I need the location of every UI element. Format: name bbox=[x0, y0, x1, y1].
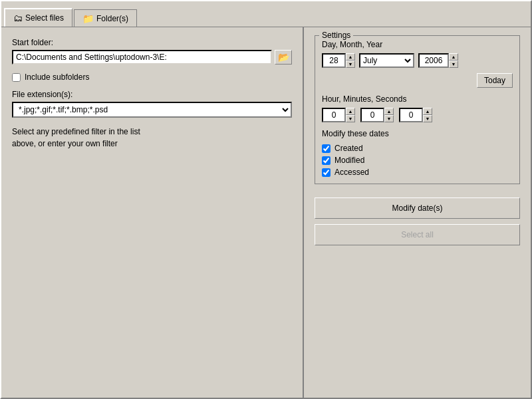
year-up-btn[interactable]: ▲ bbox=[449, 53, 458, 61]
time-row: ▲ ▼ ▲ ▼ bbox=[322, 108, 513, 122]
minute-down-btn[interactable]: ▼ bbox=[384, 115, 394, 122]
path-row: 📂 bbox=[12, 50, 292, 65]
tab-select-files-label: Select files bbox=[25, 13, 64, 23]
settings-label: Settings bbox=[319, 31, 353, 40]
date-section: Day, Month, Year ▲ ▼ July JanuaryFebruar… bbox=[322, 40, 513, 88]
minute-spinner-buttons: ▲ ▼ bbox=[384, 108, 394, 122]
modified-label: Modified bbox=[334, 156, 364, 165]
start-folder-label: Start folder: bbox=[12, 38, 292, 47]
second-input[interactable] bbox=[399, 108, 423, 122]
select-all-button[interactable]: Select all bbox=[315, 224, 520, 245]
created-row: Created bbox=[322, 144, 513, 153]
minute-up-btn[interactable]: ▲ bbox=[384, 108, 394, 115]
browse-icon: 📂 bbox=[278, 52, 289, 63]
start-folder-section: Start folder: 📂 bbox=[12, 38, 292, 65]
date-row: ▲ ▼ July JanuaryFebruaryMarch AprilMayJu… bbox=[322, 53, 513, 68]
day-spinner-buttons: ▲ ▼ bbox=[346, 53, 355, 68]
file-extension-label: File extension(s): bbox=[12, 90, 292, 99]
tab-folders[interactable]: 📁 Folder(s) bbox=[74, 9, 137, 27]
tab-bar: 🗂 Select files 📁 Folder(s) bbox=[1, 1, 531, 27]
created-label: Created bbox=[334, 144, 363, 153]
hour-up-btn[interactable]: ▲ bbox=[346, 108, 355, 115]
hint-text: Select any predefined filter in the list… bbox=[12, 126, 292, 150]
time-section-label: Hour, Minutes, Seconds bbox=[322, 94, 513, 104]
day-down-btn[interactable]: ▼ bbox=[346, 61, 355, 68]
modify-dates-section: Modify these dates Created Modified Acce… bbox=[322, 129, 513, 177]
second-down-btn[interactable]: ▼ bbox=[423, 115, 432, 122]
second-up-btn[interactable]: ▲ bbox=[423, 108, 432, 115]
year-spinner-buttons: ▲ ▼ bbox=[449, 53, 458, 68]
minute-input[interactable] bbox=[360, 108, 384, 122]
hint-line2: above, or enter your own filter bbox=[12, 139, 118, 148]
modified-row: Modified bbox=[322, 156, 513, 165]
second-spinner-buttons: ▲ ▼ bbox=[423, 108, 432, 122]
month-select[interactable]: July JanuaryFebruaryMarch AprilMayJune A… bbox=[359, 53, 414, 68]
today-button[interactable]: Today bbox=[477, 73, 513, 88]
tab-select-files[interactable]: 🗂 Select files bbox=[4, 8, 72, 27]
select-files-icon: 🗂 bbox=[13, 13, 23, 23]
main-window: 🗂 Select files 📁 Folder(s) Start folder:… bbox=[0, 0, 532, 399]
accessed-row: Accessed bbox=[322, 168, 513, 177]
accessed-label: Accessed bbox=[334, 168, 369, 177]
year-input[interactable] bbox=[418, 53, 449, 68]
day-input[interactable] bbox=[322, 53, 346, 68]
left-panel: Start folder: 📂 Include subfolders File … bbox=[1, 27, 304, 398]
modify-dates-label: Modify these dates bbox=[322, 129, 513, 138]
created-checkbox[interactable] bbox=[322, 144, 331, 153]
year-spinner: ▲ ▼ bbox=[418, 53, 458, 68]
modified-checkbox[interactable] bbox=[322, 156, 331, 165]
settings-outer: Settings Day, Month, Year ▲ ▼ bbox=[315, 35, 520, 184]
time-section: Hour, Minutes, Seconds ▲ ▼ bbox=[322, 94, 513, 122]
hour-down-btn[interactable]: ▼ bbox=[346, 115, 355, 122]
include-subfolders-row: Include subfolders bbox=[12, 72, 292, 82]
browse-button[interactable]: 📂 bbox=[275, 50, 292, 65]
right-panel: Settings Day, Month, Year ▲ ▼ bbox=[304, 27, 531, 398]
file-extension-select[interactable]: *.jpg;*.gif;*.tif;*.bmp;*.psd bbox=[12, 102, 292, 118]
date-section-label: Day, Month, Year bbox=[322, 40, 513, 49]
hour-spinner: ▲ ▼ bbox=[322, 108, 355, 122]
include-subfolders-checkbox[interactable] bbox=[12, 73, 21, 82]
tab-folders-label: Folder(s) bbox=[96, 14, 128, 23]
content-area: Start folder: 📂 Include subfolders File … bbox=[1, 27, 531, 398]
hint-line1: Select any predefined filter in the list bbox=[12, 127, 140, 136]
start-folder-input[interactable] bbox=[12, 50, 272, 65]
day-spinner: ▲ ▼ bbox=[322, 53, 355, 68]
year-down-btn[interactable]: ▼ bbox=[449, 61, 458, 68]
accessed-checkbox[interactable] bbox=[322, 168, 331, 177]
modify-dates-button[interactable]: Modify date(s) bbox=[315, 198, 520, 219]
minute-spinner: ▲ ▼ bbox=[360, 108, 394, 122]
folder-icon: 📁 bbox=[82, 13, 94, 24]
day-up-btn[interactable]: ▲ bbox=[346, 53, 355, 61]
hour-spinner-buttons: ▲ ▼ bbox=[346, 108, 355, 122]
include-subfolders-label: Include subfolders bbox=[25, 72, 89, 82]
hour-input[interactable] bbox=[322, 108, 346, 122]
file-extension-section: File extension(s): *.jpg;*.gif;*.tif;*.b… bbox=[12, 90, 292, 118]
action-buttons: Modify date(s) Select all bbox=[315, 198, 520, 245]
second-spinner: ▲ ▼ bbox=[399, 108, 432, 122]
